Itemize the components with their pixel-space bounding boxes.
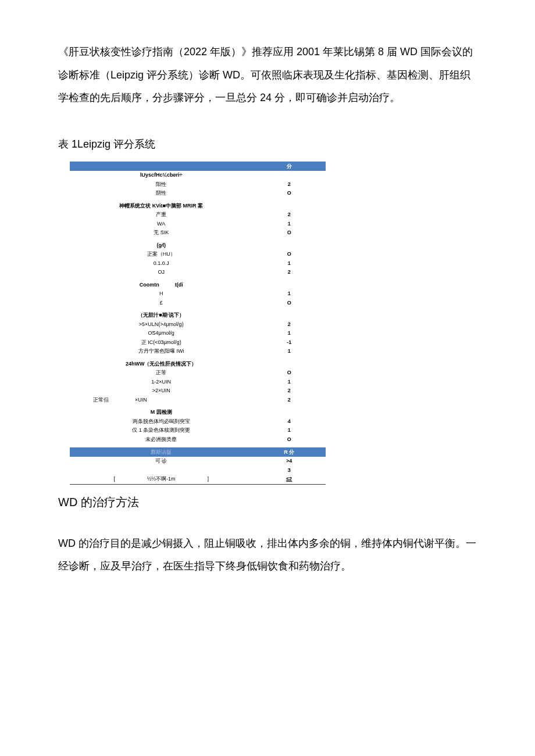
table-row: 仅 1 条染色体核测到突更1 (70, 426, 326, 435)
group-header-row: 神帽系统立状 KVit■中脑部 MRIR 案 (70, 202, 326, 211)
diagnosis-header-score: R 分 (252, 447, 326, 457)
row-label: 正常但 ×UIN (70, 396, 252, 405)
row-score: 4 (252, 417, 326, 427)
table-row: OJ2 (70, 268, 326, 277)
group-header-row: Coomtn t(di (70, 281, 326, 290)
row-score: O (252, 250, 326, 259)
diag-row-score: ≤2 (252, 475, 326, 484)
row-label: £ (70, 299, 252, 308)
row-score: 2 (252, 180, 326, 189)
group-header-label: 24hWW（无公性肝炎情况下） (70, 360, 252, 369)
table-row: 无 SIKO (70, 228, 326, 238)
row-score: 2 (252, 320, 326, 329)
row-score: O (252, 299, 326, 308)
table-row: 正案（HU）O (70, 250, 326, 259)
table-row: 两条脱色体均必喝到突宝4 (70, 417, 326, 427)
group-header-row: M 因检测 (70, 408, 326, 417)
row-score: 2 (252, 386, 326, 396)
group-header-label: lUyscfHc¼cberi÷ (70, 171, 252, 180)
row-label: 方丹宁黑色阳曝 IWi (70, 347, 252, 356)
row-label: 未必洲捌类壅 (70, 435, 252, 445)
group-header-label: Coomtn t(di (70, 281, 252, 290)
row-score: -1 (252, 338, 326, 347)
table-row: H1 (70, 289, 326, 299)
group-header-row: 24hWW（无公性肝炎情况下） (70, 360, 326, 369)
row-score: 1 (252, 426, 326, 435)
row-label: >2×UIN (70, 386, 252, 396)
table-row: £O (70, 299, 326, 308)
table-row: 产重2 (70, 210, 326, 220)
diag-row-label: [ ½½不啊-1m ] (70, 475, 252, 484)
table-row: WA1 (70, 220, 326, 229)
row-label: 仅 1 条染色体核测到突更 (70, 426, 252, 435)
score-header: 分 (252, 162, 326, 171)
diag-row-label (70, 466, 252, 475)
row-score: 2 (252, 396, 326, 405)
row-label: 阳性 (70, 180, 252, 189)
table-row: 阴性O (70, 189, 326, 198)
diagnosis-header-label: 廓斯诘版 (70, 447, 252, 457)
row-score: O (252, 435, 326, 445)
table-row: 方丹宁黑色阳曝 IWi1 (70, 347, 326, 356)
row-score: 1 (252, 289, 326, 299)
table-row: 0.1.0.J1 (70, 259, 326, 268)
row-label: 0.1.0.J (70, 259, 252, 268)
table-row: >2×UIN2 (70, 386, 326, 396)
row-label: 正芾 (70, 368, 252, 378)
row-score: O (252, 368, 326, 378)
table-row: 正常但 ×UIN2 (70, 396, 326, 405)
row-label: 正 IC(<03μmol/g) (70, 338, 252, 347)
diagnosis-row: 可·诊>4 (70, 457, 326, 466)
row-score: 1 (252, 378, 326, 387)
group-header-label: 神帽系统立状 KVit■中脑部 MRIR 案 (70, 202, 252, 211)
row-score: 1 (252, 259, 326, 268)
row-label: 正案（HU） (70, 250, 252, 259)
group-header-row: （无胆汁■期·说下） (70, 311, 326, 320)
table-row: 正芾O (70, 368, 326, 378)
table-row: 阳性2 (70, 180, 326, 189)
row-label: OJ (70, 268, 252, 277)
diag-row-label: 可·诊 (70, 457, 252, 466)
table-row: >5×ULN(>4μmol/g)2 (70, 320, 326, 329)
row-score: O (252, 189, 326, 198)
row-label: 两条脱色体均必喝到突宝 (70, 417, 252, 427)
row-label: 1-2×UIN (70, 378, 252, 387)
diagnosis-header-row: 廓斯诘版R 分 (70, 447, 326, 457)
row-label: 阴性 (70, 189, 252, 198)
diagnosis-row: [ ½½不啊-1m ]≤2 (70, 475, 326, 484)
row-label: 产重 (70, 210, 252, 220)
group-header-label: (g⁄l) (70, 241, 252, 250)
table-row: OS4μmol/g1 (70, 329, 326, 338)
table-row: 1-2×UIN1 (70, 378, 326, 387)
diag-row-score: >4 (252, 457, 326, 466)
row-score: 2 (252, 268, 326, 277)
row-label: >5×ULN(>4μmol/g) (70, 320, 252, 329)
row-score: 1 (252, 220, 326, 229)
table-header-row: 分 (70, 162, 326, 171)
diagnosis-row: 3 (70, 466, 326, 475)
row-label: 无 SIK (70, 228, 252, 238)
row-score: O (252, 228, 326, 238)
row-score: 1 (252, 347, 326, 356)
row-score: 1 (252, 329, 326, 338)
row-label: H (70, 289, 252, 299)
group-header-label: （无胆汁■期·说下） (70, 311, 252, 320)
diag-row-score: 3 (252, 466, 326, 475)
group-header-label: M 因检测 (70, 408, 252, 417)
table-row: 正 IC(<03μmol/g)-1 (70, 338, 326, 347)
leipzig-score-table: 分lUyscfHc¼cberi÷阳性2阴性O神帽系统立状 KVit■中脑部 MR… (70, 162, 326, 485)
group-header-row: lUyscfHc¼cberi÷ (70, 171, 326, 180)
table-row: 未必洲捌类壅O (70, 435, 326, 445)
row-label: OS4μmol/g (70, 329, 252, 338)
row-score: 2 (252, 210, 326, 220)
table-title: 表 1Leipzig 评分系统 (58, 133, 477, 156)
row-label: WA (70, 220, 252, 229)
intro-paragraph: 《肝豆状核变性诊疗指南（2022 年版）》推荐应用 2001 年莱比锡第 8 届… (58, 41, 477, 110)
treatment-section-title: WD 的治疗方法 (58, 489, 477, 515)
closing-paragraph: WD 的治疗目的是减少铜摄入，阻止铜吸收，排出体内多余的铜，维持体内铜代谢平衡。… (58, 532, 477, 578)
group-header-row: (g⁄l) (70, 241, 326, 250)
